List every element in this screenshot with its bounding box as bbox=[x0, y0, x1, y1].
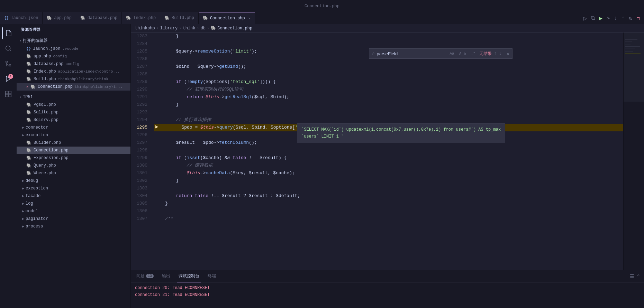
panel-collapse-icon[interactable]: ⌃ bbox=[637, 273, 640, 279]
whole-word-btn[interactable]: A̲b bbox=[457, 51, 468, 57]
chevron-down-project-icon: ▾ bbox=[19, 95, 21, 99]
open-editors-header[interactable]: ▾ 打开的编辑器 bbox=[17, 36, 130, 45]
panel-tab-output[interactable]: 输出 bbox=[161, 270, 172, 282]
tab-launch-json[interactable]: {} launch.json bbox=[0, 12, 43, 24]
sidebar-item-sqlite[interactable]: 🐘 Sqlite.php bbox=[17, 109, 130, 116]
ln-1295: 1295 bbox=[131, 124, 147, 131]
sidebar-item-sqlsrv[interactable]: 🐘 Sqlsrv.php bbox=[17, 116, 130, 124]
tab-icon-database-php: 🐘 bbox=[80, 16, 85, 21]
step-over-icon[interactable]: ↷ bbox=[605, 13, 611, 23]
sidebar-item-pgsql[interactable]: 🐘 Pgsql.php bbox=[17, 101, 130, 109]
project-header[interactable]: ▾ TP51 bbox=[17, 93, 130, 101]
debug-run-icon[interactable]: ▶ bbox=[598, 13, 604, 23]
tab-close-connection-php[interactable]: ✕ bbox=[248, 16, 251, 20]
split-editor-icon[interactable]: ⧉ bbox=[590, 13, 596, 23]
tab-connection-php[interactable]: 🐘 Connection.php ✕ bbox=[199, 12, 255, 24]
project-label: TP51 bbox=[23, 95, 33, 100]
ln-1298: 1298 bbox=[131, 147, 147, 154]
file-label-sqlsrv: Sqlsrv.php bbox=[34, 118, 58, 122]
sidebar-folder-facade[interactable]: ▶ facade bbox=[17, 192, 130, 200]
sidebar-folder-debug[interactable]: ▶ debug bbox=[17, 177, 130, 185]
sidebar-folder-exception2[interactable]: ▶ exception bbox=[17, 185, 130, 192]
file-icon-database: 🐘 bbox=[26, 62, 31, 67]
sidebar-item-connection-php-editor[interactable]: ✕ 🐘 Connection.php thinkphp\library\t... bbox=[17, 83, 130, 91]
panel-tab-terminal[interactable]: 终端 bbox=[206, 270, 217, 282]
chevron-right-log-icon: ▶ bbox=[22, 202, 24, 206]
breadcrumb-db[interactable]: db bbox=[201, 26, 206, 31]
code-line-1288 bbox=[154, 71, 623, 78]
breadcrumb-library[interactable]: library bbox=[160, 26, 178, 31]
ln-1296: 1296 bbox=[131, 131, 147, 139]
case-sensitive-btn[interactable]: Aa bbox=[448, 51, 456, 57]
file-label-pgsql: Pgsql.php bbox=[34, 102, 56, 107]
chevron-right-debug-icon: ▶ bbox=[22, 179, 24, 183]
breadcrumb-sep-4: › bbox=[207, 26, 209, 31]
tab-app-php[interactable]: 🐘 app.php bbox=[43, 12, 76, 24]
svg-point-0 bbox=[6, 46, 10, 50]
file-icon-connection-main: 🐘 bbox=[26, 148, 31, 153]
code-line-1283: } bbox=[154, 32, 623, 40]
activity-debug[interactable]: 1 bbox=[2, 73, 15, 85]
search-next-btn[interactable]: ↓ bbox=[499, 51, 501, 56]
run-icon[interactable]: ▷ bbox=[582, 13, 588, 24]
sidebar-item-connection-main[interactable]: 🐘 Connection.php bbox=[17, 147, 130, 154]
breadcrumb-thinkphp[interactable]: thinkphp bbox=[135, 26, 155, 31]
regex-btn[interactable]: .* bbox=[469, 51, 477, 57]
step-out-icon[interactable]: ↑ bbox=[620, 14, 626, 23]
file-icon-build: 🐘 bbox=[26, 77, 31, 82]
sidebar-item-launch-json[interactable]: {} launch.json .vscode bbox=[17, 45, 130, 53]
sidebar-folder-model[interactable]: ▶ model bbox=[17, 207, 130, 215]
breadcrumb-sep-1: › bbox=[156, 26, 159, 31]
panel-tab-problems[interactable]: 问题 13 bbox=[135, 270, 155, 282]
file-label-expression: Expression.php bbox=[34, 156, 69, 160]
breadcrumb-think[interactable]: think bbox=[183, 26, 195, 31]
sidebar-folder-log[interactable]: ▶ log bbox=[17, 200, 130, 207]
breadcrumb-connection[interactable]: Connection.php bbox=[217, 26, 252, 31]
tooltip-sql-text2: `users` LIMIT 1 " bbox=[301, 134, 344, 139]
sidebar-item-app-php[interactable]: 🐘 app.php config bbox=[17, 53, 130, 60]
activity-extensions[interactable] bbox=[2, 88, 15, 100]
activity-git[interactable] bbox=[2, 57, 15, 70]
search-input[interactable] bbox=[377, 51, 446, 56]
code-editor[interactable]: `SELECT MAX(`id`)+updatexml(1,concat(0x7… bbox=[131, 32, 644, 270]
sidebar-item-expression[interactable]: 🐘 Expression.php bbox=[17, 154, 130, 162]
chevron-down-icon: ▾ bbox=[19, 39, 21, 43]
restart-icon[interactable]: ↻ bbox=[628, 13, 634, 23]
sidebar-item-where[interactable]: 🐘 Where.php bbox=[17, 169, 130, 177]
panel-tab-debug-console[interactable]: 调试控制台 bbox=[177, 270, 201, 282]
sidebar-item-build-php[interactable]: 🐘 Build.php thinkphp\library\think bbox=[17, 75, 130, 83]
breadcrumb-sep-2: › bbox=[179, 26, 181, 31]
panel-menu-icon[interactable]: ☰ bbox=[630, 273, 634, 279]
code-line-1293 bbox=[154, 109, 623, 116]
sidebar-item-builder[interactable]: 🐘 Builder.php bbox=[17, 139, 130, 147]
file-icon-where: 🐘 bbox=[26, 171, 31, 176]
close-search-btn[interactable]: ✕ bbox=[507, 51, 509, 57]
sidebar-item-index-php[interactable]: 🐘 Index.php application\index\contro... bbox=[17, 68, 130, 75]
bottom-panel: 问题 13 输出 调试控制台 终端 ☰ ⌃ connection 20: bbox=[131, 270, 644, 308]
step-into-icon[interactable]: ↓ bbox=[613, 14, 619, 23]
ln-1291: 1291 bbox=[131, 93, 147, 101]
project-section: ▾ TP51 🐘 Pgsql.php 🐘 Sqlite.php 🐘 Sqlsrv… bbox=[17, 92, 130, 232]
code-line-1307: /** bbox=[154, 215, 623, 223]
ln-1287: 1287 bbox=[131, 63, 147, 71]
code-line-1303 bbox=[154, 185, 623, 192]
ln-1300: 1300 bbox=[131, 162, 147, 169]
activity-search[interactable] bbox=[2, 42, 15, 55]
debug-console-label: 调试控制台 bbox=[179, 273, 199, 279]
tab-index-php[interactable]: 🐘 Index.php bbox=[122, 12, 160, 24]
tab-database-php[interactable]: 🐘 database.php bbox=[76, 12, 122, 24]
sidebar-folder-paginator[interactable]: ▶ paginator bbox=[17, 215, 130, 223]
tab-build-php[interactable]: 🐘 Build.php bbox=[160, 12, 199, 24]
sidebar-folder-process[interactable]: ▶ process bbox=[17, 223, 130, 230]
tab-icon-launch-json: {} bbox=[4, 16, 9, 20]
search-result-count: 无结果 bbox=[479, 51, 492, 57]
sidebar-item-database-php[interactable]: 🐘 database.php config bbox=[17, 60, 130, 68]
stop-icon[interactable]: ◻ bbox=[635, 13, 641, 23]
search-prev-btn[interactable]: ↑ bbox=[494, 51, 497, 56]
sidebar-folder-connector[interactable]: ▶ connector bbox=[17, 124, 130, 131]
panel-toolbar: ☰ ⌃ bbox=[630, 273, 640, 279]
activity-files[interactable] bbox=[2, 27, 15, 39]
chevron-right-exception2-icon: ▶ bbox=[22, 186, 24, 190]
sidebar-folder-exception[interactable]: ▶ exception bbox=[17, 131, 130, 139]
sidebar-item-query[interactable]: 🐘 Query.php bbox=[17, 162, 130, 169]
